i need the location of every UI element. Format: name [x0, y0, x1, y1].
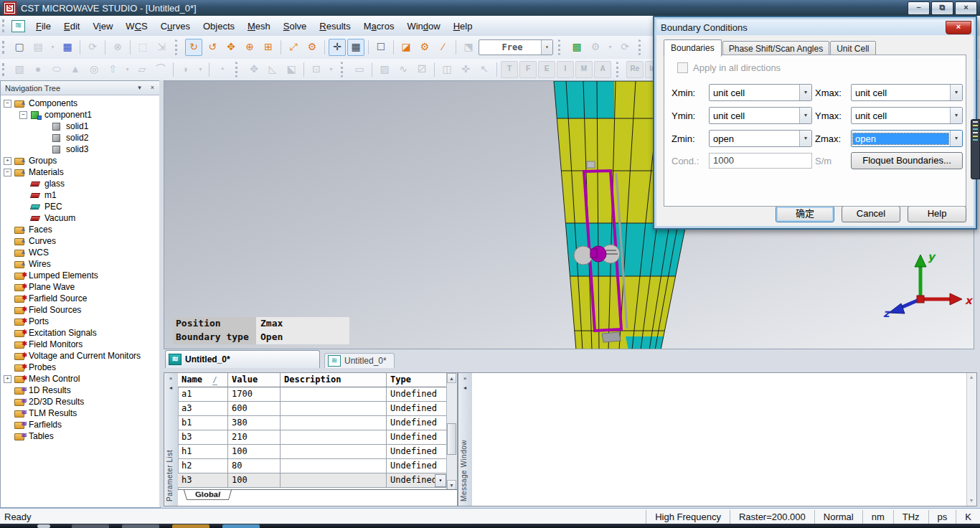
- working-plane-button[interactable]: ▦: [347, 39, 364, 56]
- tree-item[interactable]: 2D/3D Results: [1, 396, 160, 407]
- param-value-cell[interactable]: 1700: [228, 387, 281, 402]
- global-parameters-tab[interactable]: Global: [184, 490, 232, 500]
- tree-item[interactable]: Lumped Elements: [1, 270, 160, 281]
- column-header-name[interactable]: Name∕: [178, 373, 228, 387]
- menu-item[interactable]: Objects: [197, 19, 241, 34]
- loft-button[interactable]: ⬕: [283, 61, 300, 78]
- tree-item[interactable]: Vacuum: [1, 212, 160, 224]
- parameter-row[interactable]: h3 100 Undefined ▾: [178, 473, 447, 488]
- result-real-button[interactable]: Re: [626, 61, 644, 78]
- boundary-combobox[interactable]: unit cell ▾: [709, 107, 812, 124]
- pick-mode-select[interactable]: Free ▾: [479, 39, 553, 55]
- tree-item[interactable]: Curves: [1, 235, 160, 247]
- param-description-cell[interactable]: [281, 402, 387, 416]
- excitation-signal-button[interactable]: ∿: [395, 61, 412, 78]
- menu-item[interactable]: Results: [313, 19, 357, 34]
- transform-button[interactable]: ✥: [245, 61, 263, 78]
- create-sphere-button[interactable]: ●: [29, 61, 47, 78]
- scroll-up-icon[interactable]: ▲: [447, 373, 456, 383]
- pick-face-button[interactable]: ◪: [397, 39, 415, 56]
- scroll-down-icon[interactable]: ▼: [967, 496, 976, 506]
- tree-item[interactable]: + Mesh Control: [1, 373, 160, 385]
- dynamic-zoom-button[interactable]: ⊕: [241, 39, 258, 56]
- zoom-window-button[interactable]: ⊞: [260, 39, 277, 56]
- menu-item[interactable]: File: [29, 19, 57, 34]
- extrude-caret[interactable]: ▾: [123, 61, 132, 78]
- menu-item[interactable]: Curves: [154, 19, 197, 34]
- dialog-close-button[interactable]: ×: [946, 21, 971, 34]
- param-name-cell[interactable]: h1: [178, 445, 228, 459]
- param-name-cell[interactable]: h3: [178, 473, 228, 488]
- param-name-cell[interactable]: b3: [178, 430, 228, 445]
- param-description-cell[interactable]: [281, 459, 387, 473]
- panel-close-button[interactable]: ×: [461, 374, 469, 383]
- panel-collapse-button[interactable]: ◂: [461, 384, 469, 392]
- tree-item[interactable]: Wires: [1, 258, 160, 270]
- abort-solver-button[interactable]: ⊗: [109, 39, 126, 56]
- param-type-cell[interactable]: Undefined ▾: [387, 473, 447, 488]
- extrude-button[interactable]: ⇧: [104, 61, 121, 78]
- parameter-table-scrollbar[interactable]: ▲ ▼: [446, 373, 457, 490]
- type-dropdown-caret[interactable]: ▾: [435, 474, 446, 487]
- show-axes-button[interactable]: ✛: [329, 39, 346, 56]
- param-type-cell[interactable]: Undefined ▾: [387, 402, 447, 416]
- mesh-properties-button[interactable]: ⚙: [587, 39, 604, 56]
- efield-monitor-button[interactable]: E: [538, 61, 555, 78]
- conductivity-input[interactable]: 1000: [709, 153, 812, 169]
- time-monitor-button[interactable]: T: [501, 61, 518, 78]
- tree-expand-toggle[interactable]: +: [4, 157, 11, 165]
- export-image-button[interactable]: ⇲: [153, 39, 170, 56]
- history-list-button[interactable]: ◔: [213, 61, 230, 78]
- mesh-update-button[interactable]: ⟳: [616, 39, 633, 56]
- parameter-row[interactable]: h2 80 Undefined ▾: [178, 459, 447, 473]
- restore-button[interactable]: ⧉: [931, 1, 953, 15]
- floquet-boundaries-button[interactable]: Floquet Boundaries...: [851, 152, 963, 169]
- menu-item[interactable]: View: [86, 19, 119, 34]
- menu-item[interactable]: Mesh: [241, 19, 277, 34]
- background-material-button[interactable]: ▨: [376, 61, 393, 78]
- rotate-in-plane-button[interactable]: ↺: [204, 39, 221, 56]
- param-description-cell[interactable]: [281, 445, 387, 459]
- tree-expand-toggle[interactable]: −: [4, 169, 11, 176]
- param-type-cell[interactable]: Undefined ▾: [387, 430, 447, 445]
- create-brick-button[interactable]: ▧: [11, 61, 28, 78]
- mesh-properties-caret[interactable]: ▾: [606, 39, 615, 56]
- chamfer-button[interactable]: ◺: [264, 61, 281, 78]
- menu-item[interactable]: Help: [447, 19, 479, 34]
- param-name-cell[interactable]: h2: [178, 459, 228, 473]
- param-description-cell[interactable]: [281, 416, 387, 430]
- create-cylinder-button[interactable]: ⬭: [48, 61, 65, 78]
- boundary-combobox[interactable]: unit cell ▾: [851, 84, 963, 101]
- tree-item[interactable]: PEC: [1, 201, 160, 212]
- dialog-title-bar[interactable]: Boundary Conditions ×: [656, 19, 974, 35]
- shell-solid-caret[interactable]: ▾: [326, 61, 336, 78]
- tree-item[interactable]: Voltage and Current Monitors: [1, 350, 160, 362]
- status-segment[interactable]: nm: [862, 510, 893, 524]
- menu-item[interactable]: Window: [400, 19, 446, 34]
- tree-item[interactable]: − Components: [1, 98, 160, 109]
- dialog-button[interactable]: Cancel: [842, 206, 900, 222]
- tree-item[interactable]: solid3: [1, 143, 160, 155]
- frequency-monitor-button[interactable]: F: [519, 61, 537, 78]
- document-tab[interactable]: ≋ Untitled_0*: [324, 353, 395, 368]
- scroll-up-icon[interactable]: ▲: [967, 373, 976, 382]
- column-header-value[interactable]: Value: [228, 373, 281, 387]
- combobox-caret-icon[interactable]: ▾: [950, 85, 962, 100]
- param-description-cell[interactable]: [281, 387, 387, 402]
- create-cone-button[interactable]: ▲: [67, 61, 84, 78]
- rotate-view-button[interactable]: ↻: [185, 39, 202, 56]
- param-type-cell[interactable]: Undefined ▾: [387, 416, 447, 430]
- tree-item[interactable]: Excitation Signals: [1, 327, 160, 339]
- pan-view-button[interactable]: ✥: [222, 39, 240, 56]
- open-document-button[interactable]: ▤: [29, 39, 47, 56]
- combobox-caret-icon[interactable]: ▾: [950, 108, 962, 123]
- waveguide-port-button[interactable]: ◫: [438, 61, 456, 78]
- tree-item[interactable]: Faces: [1, 224, 160, 235]
- message-window-content[interactable]: [472, 373, 967, 506]
- reset-view-button[interactable]: ⤢: [285, 39, 302, 56]
- close-button[interactable]: ×: [955, 1, 977, 15]
- analytical-face-button[interactable]: ◗: [177, 61, 194, 78]
- combobox-caret-icon[interactable]: ▾: [799, 131, 811, 146]
- tree-item[interactable]: − Materials: [1, 166, 160, 178]
- tree-item[interactable]: TLM Results: [1, 407, 160, 419]
